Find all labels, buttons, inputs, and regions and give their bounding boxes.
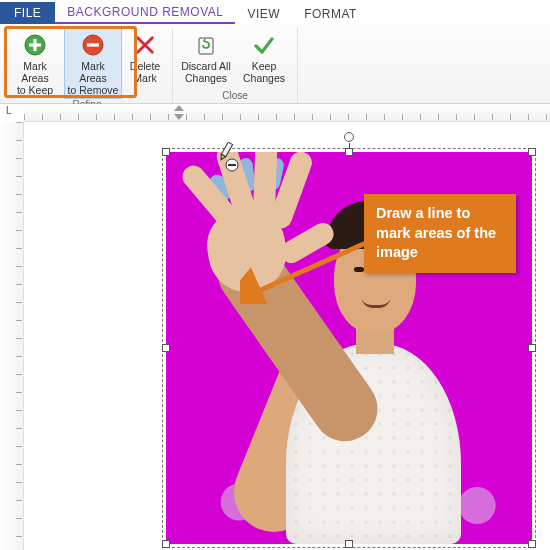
- resize-handle-b[interactable]: [345, 540, 353, 548]
- resize-handle-r[interactable]: [528, 344, 536, 352]
- button-label: DeleteMark: [130, 60, 160, 84]
- delete-x-icon: [132, 32, 158, 58]
- resize-handle-t[interactable]: [345, 148, 353, 156]
- ribbon-group-close: Discard AllChanges KeepChanges Close: [173, 28, 298, 103]
- button-label: Discard AllChanges: [181, 60, 231, 84]
- plus-circle-icon: [22, 32, 48, 58]
- group-label-close: Close: [222, 90, 248, 101]
- horizontal-ruler: [24, 104, 550, 122]
- delete-mark-button[interactable]: DeleteMark: [122, 28, 168, 99]
- keep-changes-button[interactable]: KeepChanges: [235, 28, 293, 87]
- tab-format[interactable]: FORMAT: [292, 3, 369, 24]
- resize-handle-bl[interactable]: [162, 540, 170, 548]
- svg-line-11: [252, 242, 368, 294]
- tab-view[interactable]: VIEW: [235, 3, 292, 24]
- svg-rect-10: [228, 164, 236, 166]
- svg-rect-2: [33, 39, 36, 51]
- resize-handle-tr[interactable]: [528, 148, 536, 156]
- svg-rect-4: [87, 43, 99, 46]
- rotate-handle[interactable]: [344, 132, 354, 142]
- mark-areas-to-keep-button[interactable]: Mark Areasto Keep: [6, 28, 64, 99]
- mark-areas-to-remove-button[interactable]: Mark Areasto Remove: [64, 28, 122, 99]
- ribbon-tabs: FILE BACKGROUND REMOVAL VIEW FORMAT: [0, 0, 550, 24]
- button-label: KeepChanges: [243, 60, 285, 84]
- button-label: Mark Areasto Remove: [67, 60, 119, 96]
- ribbon: Mark Areasto Keep Mark Areasto Remove De…: [0, 24, 550, 104]
- discard-all-changes-button[interactable]: Discard AllChanges: [177, 28, 235, 87]
- tab-file[interactable]: FILE: [0, 2, 55, 24]
- recycle-icon: [193, 32, 219, 58]
- resize-handle-br[interactable]: [528, 540, 536, 548]
- tab-background-removal[interactable]: BACKGROUND REMOVAL: [55, 1, 235, 24]
- minus-circle-icon: [80, 32, 106, 58]
- vertical-ruler: [0, 122, 24, 550]
- page: Draw a line to mark areas of the image: [60, 134, 542, 550]
- button-label: Mark Areasto Keep: [9, 60, 61, 96]
- svg-rect-6: [221, 142, 232, 157]
- callout-arrow-icon: [240, 234, 370, 304]
- resize-handle-l[interactable]: [162, 344, 170, 352]
- pencil-minus-cursor-icon: [218, 142, 240, 176]
- tutorial-callout: Draw a line to mark areas of the image: [364, 194, 516, 273]
- check-icon: [251, 32, 277, 58]
- svg-rect-5: [199, 38, 213, 54]
- document-area: Draw a line to mark areas of the image: [24, 122, 550, 550]
- ribbon-group-refine: Mark Areasto Keep Mark Areasto Remove De…: [2, 28, 173, 103]
